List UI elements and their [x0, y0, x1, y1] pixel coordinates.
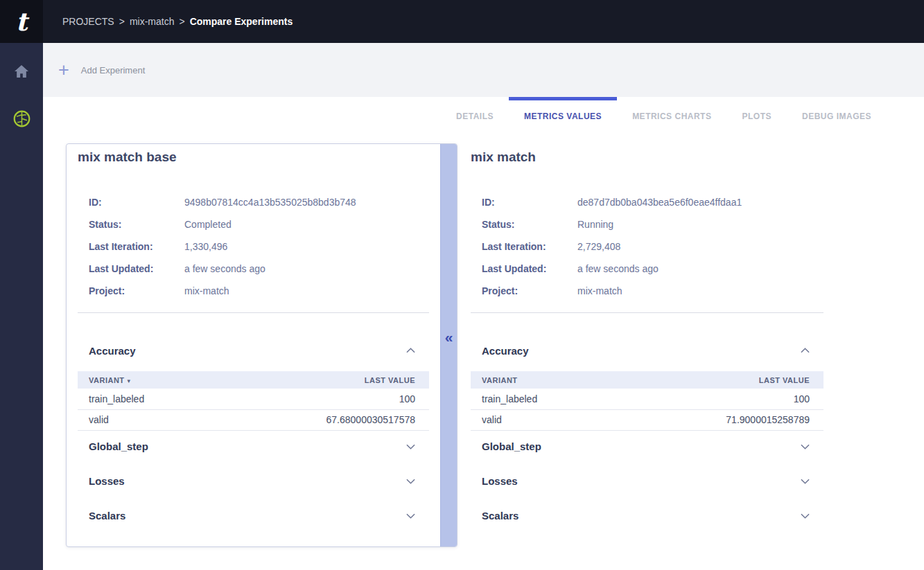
last-value-cell: 67.68000030517578 — [223, 409, 429, 430]
table-row: train_labeled 100 — [78, 389, 429, 409]
breadcrumb-separator: > — [119, 16, 125, 27]
section-header-losses[interactable]: Losses — [471, 471, 823, 492]
field-project: Project: mix-match — [482, 280, 823, 302]
app-logo[interactable]: t — [0, 0, 43, 43]
field-last-iteration: Last Iteration: 2,729,408 — [482, 235, 823, 258]
variant-cell: train_labeled — [471, 389, 621, 409]
field-status: Status: Completed — [89, 213, 429, 235]
field-label: ID: — [89, 197, 184, 208]
field-id: ID: 9498b07814cc4a13b535025b8bd3b748 — [89, 191, 429, 213]
chevron-down-icon — [406, 513, 415, 519]
topbar: t PROJECTS > mix-match > Compare Experim… — [0, 0, 924, 43]
field-label: Project: — [89, 285, 184, 296]
add-experiment-button[interactable]: + Add Experiment — [58, 61, 145, 80]
breadcrumb-project-link[interactable]: mix-match — [130, 16, 175, 27]
column-header-variant[interactable]: VARIANT — [471, 371, 621, 389]
field-label: Last Updated: — [482, 263, 577, 274]
field-label: Last Updated: — [89, 263, 184, 274]
last-value-cell: 71.9000015258789 — [621, 409, 823, 430]
section-title: Global_step — [89, 440, 148, 452]
tab-debug-images[interactable]: DEBUG IMAGES — [787, 97, 887, 136]
tab-metrics-charts[interactable]: METRICS CHARTS — [617, 97, 726, 136]
sidebar-item-home[interactable] — [8, 62, 35, 83]
experiment-fields: ID: 9498b07814cc4a13b535025b8bd3b748 Sta… — [89, 191, 429, 302]
field-value: 1,330,496 — [184, 241, 227, 252]
breadcrumb-separator: > — [179, 16, 184, 27]
divider — [471, 312, 823, 313]
field-project: Project: mix-match — [89, 280, 429, 302]
sidebar-item-experiments[interactable] — [8, 109, 35, 130]
breadcrumb-projects-link[interactable]: PROJECTS — [62, 16, 114, 27]
tab-details[interactable]: DETAILS — [441, 97, 509, 136]
collapse-panel-strip[interactable]: « — [440, 144, 457, 546]
chevron-down-icon — [801, 444, 810, 449]
field-value: 2,729,408 — [577, 241, 620, 252]
main-content: + Add Experiment DETAILS METRICS VALUES … — [43, 43, 924, 570]
section-header-global-step[interactable]: Global_step — [78, 436, 429, 457]
tab-plots[interactable]: PLOTS — [726, 97, 787, 136]
chevron-down-icon — [406, 444, 415, 449]
home-icon — [14, 64, 29, 81]
metrics-table: VARIANT▾ LAST VALUE train_labeled 100 — [78, 371, 429, 431]
field-value: mix-match — [184, 285, 229, 296]
status-value: Running — [577, 219, 613, 230]
column-header-last-value[interactable]: LAST VALUE — [621, 371, 823, 389]
variant-cell: valid — [78, 409, 223, 430]
breadcrumb-current-page: Compare Experiments — [190, 16, 293, 27]
sort-desc-icon: ▾ — [128, 377, 131, 384]
column-header-variant[interactable]: VARIANT▾ — [78, 371, 223, 389]
divider — [78, 312, 429, 313]
table-row: train_labeled 100 — [471, 389, 823, 409]
last-value-cell: 100 — [621, 389, 823, 409]
experiment-card-right: mix match ID: de87d7db0ba043bea5e6f0eae4… — [471, 143, 823, 537]
field-value: de87d7db0ba043bea5e6f0eae4ffdaa1 — [577, 197, 742, 208]
section-title: Scalars — [89, 510, 125, 522]
section-header-scalars[interactable]: Scalars — [471, 506, 823, 526]
field-status: Status: Running — [482, 213, 823, 235]
experiment-card-left: mix match base ID: 9498b07814cc4a13b5350… — [66, 143, 457, 547]
section-header-accuracy[interactable]: Accuracy — [471, 340, 823, 361]
table-row: valid 71.9000015258789 — [471, 409, 823, 430]
field-label: ID: — [482, 197, 577, 208]
field-label: Last Iteration: — [482, 241, 577, 252]
section-title: Global_step — [482, 440, 541, 452]
metrics-table: VARIANT LAST VALUE train_labeled 100 val… — [471, 371, 823, 431]
collapse-left-icon[interactable]: « — [441, 330, 457, 344]
chevron-down-icon — [801, 513, 810, 519]
section-title: Accuracy — [89, 345, 136, 357]
field-label: Last Iteration: — [89, 241, 184, 252]
chevron-up-icon — [406, 348, 415, 353]
tab-bar: DETAILS METRICS VALUES METRICS CHARTS PL… — [43, 97, 924, 136]
section-header-accuracy[interactable]: Accuracy — [78, 340, 429, 361]
field-value: a few seconds ago — [577, 263, 659, 274]
chevron-down-icon — [406, 479, 415, 484]
section-header-losses[interactable]: Losses — [78, 471, 429, 492]
table-row: valid 67.68000030517578 — [78, 409, 429, 430]
last-value-cell: 100 — [223, 389, 429, 409]
breadcrumb: PROJECTS > mix-match > Compare Experimen… — [62, 16, 293, 27]
field-last-iteration: Last Iteration: 1,330,496 — [89, 235, 429, 258]
section-header-scalars[interactable]: Scalars — [78, 506, 429, 526]
field-value: 9498b07814cc4a13b535025b8bd3b748 — [184, 197, 356, 208]
compare-area: mix match base ID: 9498b07814cc4a13b5350… — [43, 136, 924, 547]
chevron-down-icon — [801, 479, 810, 484]
app-window: t PROJECTS > mix-match > Compare Experim… — [0, 0, 924, 570]
field-last-updated: Last Updated: a few seconds ago — [482, 258, 823, 280]
plus-icon: + — [58, 61, 69, 80]
field-id: ID: de87d7db0ba043bea5e6f0eae4ffdaa1 — [482, 191, 823, 213]
variant-cell: valid — [471, 409, 621, 430]
column-header-last-value[interactable]: LAST VALUE — [223, 371, 429, 389]
section-title: Scalars — [482, 510, 518, 522]
toolbar: + Add Experiment — [43, 43, 924, 97]
field-label: Status: — [482, 219, 577, 230]
field-label: Project: — [482, 285, 577, 296]
experiment-fields: ID: de87d7db0ba043bea5e6f0eae4ffdaa1 Sta… — [482, 191, 823, 302]
experiment-title: mix match base — [78, 150, 429, 165]
section-title: Losses — [89, 475, 125, 487]
field-label: Status: — [89, 219, 184, 230]
field-value: a few seconds ago — [184, 263, 265, 274]
tab-metrics-values[interactable]: METRICS VALUES — [509, 97, 617, 136]
section-header-global-step[interactable]: Global_step — [471, 436, 823, 457]
chevron-up-icon — [801, 348, 810, 353]
add-experiment-label: Add Experiment — [81, 65, 146, 75]
